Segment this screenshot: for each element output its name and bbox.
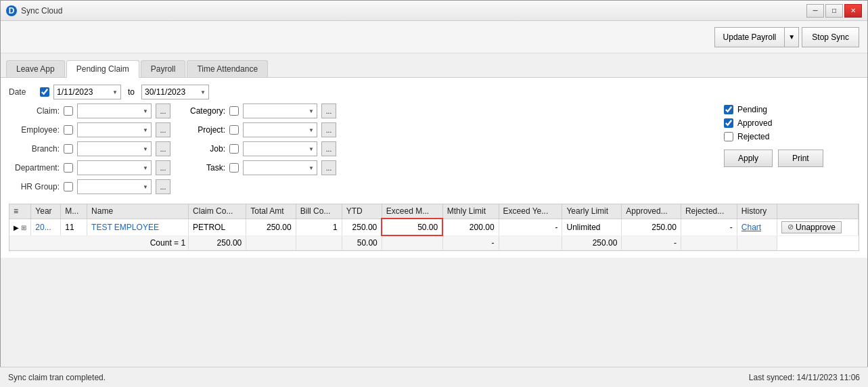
project-label: Project: — [175, 125, 225, 135]
unapprove-button[interactable]: ⊘ Unapprove — [781, 221, 842, 233]
table-row: ▶ ⊞ 20... 11 TEST EMPLOYEE PETROL 250.00… — [9, 219, 859, 235]
col-header-total-amt[interactable]: Total Amt — [246, 204, 296, 219]
job-label: Job: — [175, 144, 225, 154]
row-history[interactable]: Chart — [737, 219, 777, 235]
col-header-month[interactable]: M... — [61, 204, 87, 219]
branch-dots-button[interactable]: ... — [156, 141, 170, 156]
hr-group-row: HR Group: ▼ ... — [9, 179, 704, 194]
tab-leave-app[interactable]: Leave App — [6, 60, 65, 77]
unapprove-label: Unapprove — [796, 223, 836, 232]
col-header-bill-co[interactable]: Bill Co... — [296, 204, 342, 219]
print-button[interactable]: Print — [778, 150, 823, 167]
claim-category-row: Claim: ▼ ... Category: ▼ ... — [9, 104, 704, 118]
unapprove-icon: ⊘ — [787, 223, 794, 231]
window-controls: ─ □ ✕ — [806, 4, 862, 18]
row-ytd: 250.00 — [342, 219, 382, 235]
row-claim-code: PETROL — [189, 219, 246, 235]
approved-label: Approved — [737, 118, 772, 128]
stop-sync-button[interactable]: Stop Sync — [802, 27, 859, 47]
app-icon: D — [6, 5, 17, 16]
job-checkbox[interactable] — [229, 144, 239, 154]
task-label: Task: — [175, 163, 225, 173]
col-header-exceed-ye[interactable]: Exceed Ye... — [499, 204, 562, 219]
status-bar: Sync claim tran completed. Last synced: … — [0, 367, 868, 387]
row-bill-co: 1 — [296, 219, 342, 235]
rejected-checkbox[interactable] — [724, 132, 733, 141]
col-header-yearly-limit[interactable]: Yearly Limit — [562, 204, 622, 219]
last-synced: Last synced: 14/11/2023 11:06 — [749, 373, 860, 382]
job-dropdown[interactable]: ▼ — [243, 141, 317, 156]
hr-group-dots-button[interactable]: ... — [156, 179, 170, 194]
tab-time-attendance[interactable]: Time Attendance — [187, 60, 268, 77]
summary-count: Count = 1 — [9, 235, 189, 250]
department-dots-button[interactable]: ... — [156, 160, 170, 175]
main-content: Date 1/11/2023 ▼ to 30/11/2023 ▼ Claim: … — [1, 78, 867, 258]
tab-payroll[interactable]: Payroll — [141, 60, 186, 77]
minimize-button[interactable]: ─ — [806, 4, 824, 18]
data-table-container: ≡ Year M... Name Claim Co... Total Amt B… — [9, 204, 859, 251]
update-payroll-label[interactable]: Update Payroll — [715, 28, 785, 47]
row-yearly-limit: Unlimited — [562, 219, 622, 235]
hr-group-dropdown[interactable]: ▼ — [77, 179, 152, 194]
task-dots-button[interactable]: ... — [321, 160, 336, 175]
pending-checkbox[interactable] — [724, 105, 733, 114]
category-label: Category: — [175, 106, 225, 116]
update-payroll-button[interactable]: Update Payroll ▼ — [714, 27, 800, 47]
update-payroll-dropdown-arrow[interactable]: ▼ — [785, 28, 798, 47]
project-dots-button[interactable]: ... — [321, 122, 336, 137]
task-dropdown[interactable]: ▼ — [243, 160, 317, 175]
row-total-amt: 250.00 — [246, 219, 296, 235]
maximize-button[interactable]: □ — [825, 4, 843, 18]
date-checkbox[interactable] — [40, 87, 49, 97]
approved-status-row: Approved — [724, 118, 859, 128]
chart-link[interactable]: Chart — [741, 223, 761, 232]
col-header-exceed-m[interactable]: Exceed M... — [382, 204, 442, 219]
row-expand-icon[interactable]: ▶ ⊞ — [9, 219, 31, 235]
row-name: TEST EMPLOYEE — [87, 219, 189, 235]
row-exceed-m: 50.00 — [382, 219, 442, 235]
category-checkbox[interactable] — [229, 106, 239, 116]
col-header-icon[interactable]: ≡ — [9, 204, 31, 219]
row-action[interactable]: ⊘ Unapprove — [777, 219, 859, 235]
branch-dropdown[interactable]: ▼ — [77, 141, 152, 156]
department-label: Department: — [9, 163, 60, 173]
task-checkbox[interactable] — [229, 163, 239, 173]
col-header-history[interactable]: History — [737, 204, 777, 219]
department-checkbox[interactable] — [64, 163, 73, 173]
approved-checkbox[interactable] — [724, 118, 733, 128]
row-rejected: - — [681, 219, 737, 235]
col-header-mthly-limit[interactable]: Mthly Limit — [442, 204, 499, 219]
job-dots-button[interactable]: ... — [321, 141, 336, 156]
project-checkbox[interactable] — [229, 125, 239, 135]
col-header-rejected[interactable]: Rejected... — [681, 204, 737, 219]
branch-job-row: Branch: ▼ ... Job: ▼ ... — [9, 141, 704, 156]
employee-dots-button[interactable]: ... — [156, 122, 170, 137]
col-header-year[interactable]: Year — [31, 204, 61, 219]
close-button[interactable]: ✕ — [844, 4, 862, 18]
tab-pending-claim[interactable]: Pending Claim — [66, 60, 139, 78]
title-bar: D Sync Cloud ─ □ ✕ — [1, 1, 867, 21]
pending-label: Pending — [737, 105, 767, 114]
employee-dropdown[interactable]: ▼ — [77, 122, 152, 137]
category-dropdown[interactable]: ▼ — [243, 104, 317, 118]
row-mthly-limit: 200.00 — [442, 219, 499, 235]
claim-dropdown[interactable]: ▼ — [77, 104, 152, 118]
date-to-input[interactable]: 30/11/2023 ▼ — [141, 85, 209, 99]
hr-group-checkbox[interactable] — [64, 182, 73, 191]
date-from-input[interactable]: 1/11/2023 ▼ — [53, 85, 121, 99]
date-filter-row: Date 1/11/2023 ▼ to 30/11/2023 ▼ — [9, 85, 859, 99]
tab-bar: Leave App Pending Claim Payroll Time Att… — [1, 53, 867, 78]
col-header-approved[interactable]: Approved... — [622, 204, 681, 219]
category-dots-button[interactable]: ... — [321, 104, 336, 118]
branch-checkbox[interactable] — [64, 144, 73, 154]
apply-button[interactable]: Apply — [724, 150, 773, 167]
department-dropdown[interactable]: ▼ — [77, 160, 152, 175]
claim-dots-button[interactable]: ... — [156, 104, 170, 118]
col-header-name[interactable]: Name — [87, 204, 189, 219]
summary-rejected: - — [622, 235, 681, 250]
claim-checkbox[interactable] — [64, 106, 73, 116]
col-header-ytd[interactable]: YTD — [342, 204, 382, 219]
employee-checkbox[interactable] — [64, 125, 73, 135]
project-dropdown[interactable]: ▼ — [243, 122, 317, 137]
col-header-claim-code[interactable]: Claim Co... — [189, 204, 246, 219]
